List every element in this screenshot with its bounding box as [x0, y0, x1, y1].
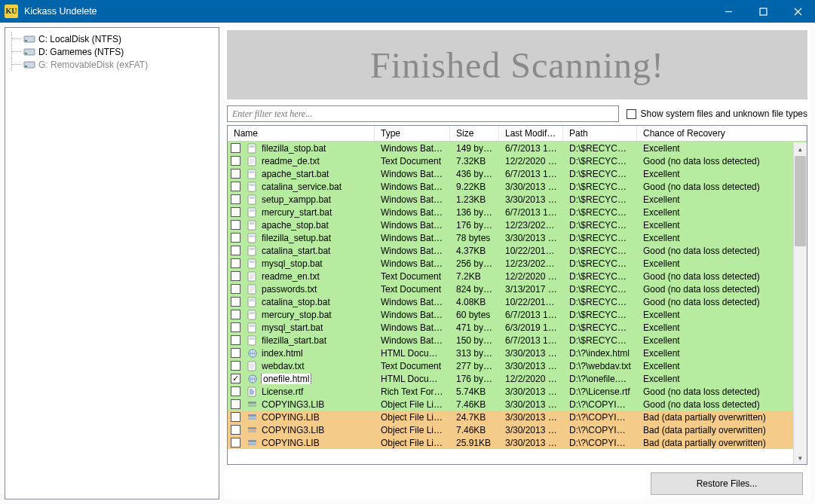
- cell-type: Text Document: [375, 271, 450, 282]
- table-row[interactable]: passwords.txtText Document824 bytes3/13/…: [228, 283, 807, 295]
- disk-item[interactable]: G: RemovableDisk (exFAT): [10, 58, 214, 71]
- cell-chance: Bad (data partially overwritten): [637, 425, 807, 435]
- cell-path: D:\?\COPYING....: [563, 412, 637, 423]
- table-row[interactable]: COPYING3.LIBObject File Library7.46KB3/3…: [228, 398, 807, 411]
- cell-path: D:\$RECYCLE....: [563, 156, 637, 166]
- vertical-scrollbar[interactable]: ▴ ▾: [793, 142, 807, 464]
- svg-rect-41: [248, 405, 256, 407]
- table-row[interactable]: mercury_stop.batWindows Batch ...60 byte…: [228, 308, 807, 321]
- cell-path: D:\$RECYCLE....: [563, 143, 637, 154]
- row-checkbox[interactable]: [231, 335, 241, 345]
- svg-rect-37: [248, 362, 256, 371]
- filter-input[interactable]: [227, 105, 619, 122]
- table-row[interactable]: License.rtfRich Text Format5.74KB3/30/20…: [228, 385, 807, 398]
- file-icon: [247, 386, 259, 397]
- cell-chance: Excellent: [637, 258, 807, 269]
- cell-size: 24.7KB: [450, 412, 499, 423]
- restore-files-button[interactable]: Restore Files...: [651, 472, 803, 495]
- table-row[interactable]: apache_stop.batWindows Batch ...176 byte…: [228, 218, 807, 231]
- disk-item[interactable]: D: Gamemes (NTFS): [10, 45, 214, 58]
- col-chance[interactable]: Chance of Recovery: [637, 126, 807, 141]
- row-checkbox[interactable]: [231, 169, 241, 179]
- cell-chance: Bad (data partially overwritten): [637, 438, 807, 448]
- cell-path: D:\$RECYCLE....: [563, 182, 637, 192]
- table-row[interactable]: mercury_start.batWindows Batch ...136 by…: [228, 206, 807, 218]
- col-path[interactable]: Path: [563, 126, 637, 141]
- row-checkbox[interactable]: [231, 361, 241, 371]
- file-icon: [247, 143, 259, 154]
- cell-size: 136 bytes: [450, 207, 499, 218]
- row-checkbox[interactable]: [231, 386, 241, 396]
- row-checkbox[interactable]: [231, 348, 241, 358]
- table-row[interactable]: COPYING3.LIBObject File Library7.46KB3/3…: [228, 423, 807, 436]
- cell-type: Windows Batch ...: [375, 182, 450, 192]
- table-row[interactable]: COPYING.LIBObject File Library24.7KB3/30…: [228, 411, 807, 423]
- row-checkbox[interactable]: [231, 207, 241, 217]
- row-checkbox[interactable]: [231, 182, 241, 191]
- table-row[interactable]: mysql_start.batWindows Batch ...471 byte…: [228, 321, 807, 334]
- table-row[interactable]: readme_de.txtText Document7.32KB12/2/202…: [228, 154, 807, 167]
- table-header: Name Type Size Last Modified Path Chance…: [228, 126, 807, 142]
- table-row[interactable]: apache_start.batWindows Batch ...436 byt…: [228, 167, 807, 180]
- col-type[interactable]: Type: [375, 126, 450, 141]
- row-checkbox[interactable]: [231, 156, 241, 166]
- row-checkbox[interactable]: [231, 143, 241, 153]
- file-name: catalina_start.bat: [262, 246, 330, 256]
- cell-size: 313 bytes: [450, 348, 499, 359]
- row-checkbox[interactable]: [231, 297, 241, 307]
- table-row[interactable]: onefile.htmlHTML Document176 bytes12/2/2…: [228, 372, 807, 385]
- scroll-down-icon[interactable]: ▾: [794, 451, 807, 464]
- table-row[interactable]: catalina_start.batWindows Batch ...4.37K…: [228, 244, 807, 257]
- row-checkbox[interactable]: [231, 284, 241, 294]
- scroll-thumb[interactable]: [795, 156, 806, 246]
- col-last-modified[interactable]: Last Modified: [499, 126, 563, 141]
- row-checkbox[interactable]: [231, 246, 241, 255]
- row-checkbox[interactable]: [231, 374, 241, 383]
- col-size[interactable]: Size: [450, 126, 499, 141]
- file-name: mysql_stop.bat: [262, 258, 323, 269]
- cell-path: D:\?\index.html: [563, 348, 637, 359]
- svg-rect-47: [248, 443, 256, 445]
- show-system-files-option[interactable]: Show system files and unknown file types: [627, 108, 807, 119]
- table-row[interactable]: webdav.txtText Document277 bytes3/30/201…: [228, 359, 807, 372]
- row-checkbox[interactable]: [231, 220, 241, 230]
- svg-rect-46: [248, 440, 256, 442]
- svg-rect-0: [760, 8, 767, 15]
- table-row[interactable]: readme_en.txtText Document7.2KB12/2/2020…: [228, 270, 807, 283]
- file-icon: [247, 284, 259, 295]
- cell-path: D:\?\License.rtf: [563, 386, 637, 397]
- minimize-button[interactable]: [711, 0, 746, 23]
- row-checkbox[interactable]: [231, 233, 241, 243]
- cell-path: D:\$RECYCLE....: [563, 335, 637, 346]
- row-checkbox[interactable]: [231, 399, 241, 409]
- table-row[interactable]: setup_xampp.batWindows Batch ...1.23KB3/…: [228, 193, 807, 206]
- row-checkbox[interactable]: [231, 412, 241, 422]
- table-row[interactable]: mysql_stop.batWindows Batch ...256 bytes…: [228, 257, 807, 270]
- row-checkbox[interactable]: [231, 310, 241, 319]
- cell-size: 277 bytes: [450, 361, 499, 371]
- disk-item[interactable]: C: LocalDisk (NTFS): [10, 32, 214, 45]
- cell-path: D:\$RECYCLE....: [563, 246, 637, 256]
- row-checkbox[interactable]: [231, 425, 241, 435]
- table-row[interactable]: filezilla_start.batWindows Batch ...150 …: [228, 334, 807, 347]
- table-row[interactable]: filezilla_setup.batWindows Batch ...78 b…: [228, 231, 807, 244]
- table-row[interactable]: index.htmlHTML Document313 bytes3/30/201…: [228, 347, 807, 359]
- table-row[interactable]: catalina_stop.batWindows Batch ...4.08KB…: [228, 295, 807, 308]
- maximize-button[interactable]: [746, 0, 780, 23]
- scroll-track[interactable]: [794, 247, 807, 451]
- cell-chance: Excellent: [637, 220, 807, 231]
- checkbox-icon[interactable]: [627, 109, 636, 119]
- scroll-up-icon[interactable]: ▴: [794, 142, 807, 155]
- table-row[interactable]: catalina_service.batWindows Batch ...9.2…: [228, 180, 807, 193]
- close-button[interactable]: [780, 0, 815, 23]
- row-checkbox[interactable]: [231, 438, 241, 447]
- table-row[interactable]: COPYING.LIBObject File Library25.91KB3/3…: [228, 436, 807, 449]
- col-name[interactable]: Name: [228, 126, 375, 141]
- row-checkbox[interactable]: [231, 271, 241, 281]
- row-checkbox[interactable]: [231, 194, 241, 204]
- row-checkbox[interactable]: [231, 322, 241, 332]
- table-row[interactable]: filezilla_stop.batWindows Batch ...149 b…: [228, 142, 807, 154]
- cell-modified: 12/2/2020 1:...: [499, 156, 563, 166]
- file-name: passwords.txt: [262, 284, 317, 295]
- row-checkbox[interactable]: [231, 258, 241, 268]
